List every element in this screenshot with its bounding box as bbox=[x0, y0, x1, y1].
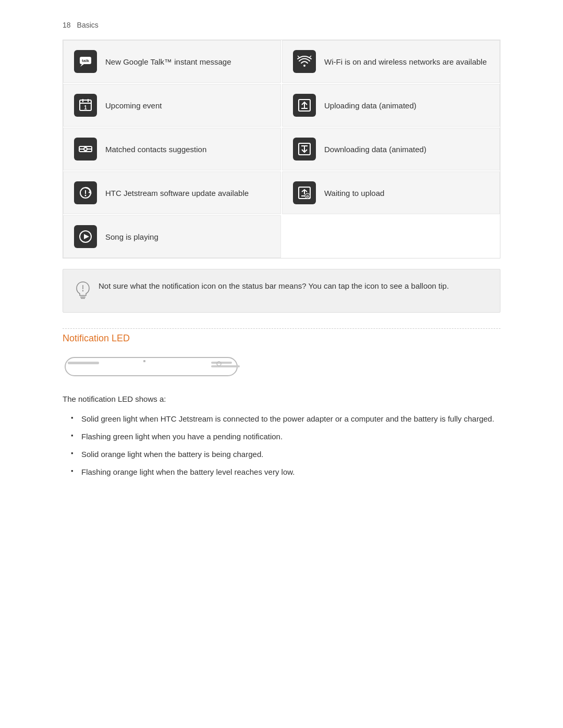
wifi-icon bbox=[293, 50, 316, 73]
matched-contacts-text: Matched contacts suggestion bbox=[105, 144, 206, 155]
google-talk-icon: talk bbox=[74, 50, 97, 73]
device-image bbox=[63, 352, 500, 383]
svg-rect-37 bbox=[211, 362, 232, 364]
svg-marker-1 bbox=[80, 64, 84, 67]
update-icon bbox=[74, 181, 97, 204]
page-number: 18 Basics bbox=[63, 21, 500, 29]
section-divider bbox=[63, 328, 500, 329]
waiting-upload-text: Waiting to upload bbox=[324, 188, 384, 199]
svg-text:o: o bbox=[307, 194, 309, 199]
download-icon bbox=[293, 138, 316, 161]
led-bullet-2: Flashing green light when you have a pen… bbox=[73, 430, 500, 443]
led-bullet-list: Solid green light when HTC Jetstream is … bbox=[63, 413, 500, 478]
svg-marker-31 bbox=[84, 234, 89, 239]
led-bullet-1: Solid green light when HTC Jetstream is … bbox=[73, 413, 500, 425]
calendar-icon: 1 bbox=[74, 94, 97, 117]
htc-update-text: HTC Jetstream software update available bbox=[105, 188, 249, 199]
svg-rect-38 bbox=[211, 365, 240, 367]
tip-box: Not sure what the notification icon on t… bbox=[63, 269, 500, 313]
svg-line-5 bbox=[298, 56, 299, 57]
downloading-text: Downloading data (animated) bbox=[324, 144, 426, 155]
icon-grid: talk New Google Talk™ instant message Wi… bbox=[63, 40, 500, 258]
wifi-text: Wi-Fi is on and wireless networks are av… bbox=[324, 56, 487, 67]
icon-cell-uploading: Uploading data (animated) bbox=[282, 84, 500, 127]
svg-point-3 bbox=[303, 65, 305, 67]
tip-text: Not sure what the notification icon on t… bbox=[99, 280, 449, 292]
svg-rect-40 bbox=[68, 362, 99, 364]
svg-rect-41 bbox=[143, 360, 145, 362]
notification-led-title: Notification LED bbox=[63, 333, 500, 344]
led-bullet-3: Solid orange light when the battery is b… bbox=[73, 448, 500, 461]
svg-line-4 bbox=[310, 56, 311, 57]
upload-icon bbox=[293, 94, 316, 117]
icon-cell-google-talk: talk New Google Talk™ instant message bbox=[63, 40, 281, 83]
led-intro: The notification LED shows a: bbox=[63, 393, 500, 405]
waiting-upload-icon: o bbox=[293, 181, 316, 204]
song-playing-text: Song is playing bbox=[105, 231, 158, 242]
icon-cell-wifi: Wi-Fi is on and wireless networks are av… bbox=[282, 40, 500, 83]
icon-cell-htc-update: HTC Jetstream software update available bbox=[63, 171, 281, 214]
device-svg bbox=[63, 352, 240, 381]
play-icon bbox=[74, 225, 97, 248]
contacts-icon bbox=[74, 138, 97, 161]
led-bullet-4: Flashing orange light when the battery l… bbox=[73, 466, 500, 478]
icon-cell-empty bbox=[282, 215, 500, 258]
icon-cell-downloading: Downloading data (animated) bbox=[282, 128, 500, 170]
svg-text:talk: talk bbox=[82, 58, 89, 63]
lightbulb-icon bbox=[76, 281, 90, 302]
svg-point-35 bbox=[82, 290, 83, 291]
google-talk-text: New Google Talk™ instant message bbox=[105, 56, 231, 67]
svg-point-17 bbox=[84, 147, 87, 151]
icon-cell-upcoming-event: 1 Upcoming event bbox=[63, 84, 281, 127]
icon-cell-song-playing: Song is playing bbox=[63, 215, 281, 258]
upcoming-event-text: Upcoming event bbox=[105, 100, 162, 111]
uploading-text: Uploading data (animated) bbox=[324, 100, 417, 111]
svg-text:1: 1 bbox=[84, 105, 87, 110]
icon-cell-matched-contacts: Matched contacts suggestion bbox=[63, 128, 281, 170]
icon-cell-waiting-upload: o Waiting to upload bbox=[282, 171, 500, 214]
svg-point-24 bbox=[85, 195, 87, 196]
